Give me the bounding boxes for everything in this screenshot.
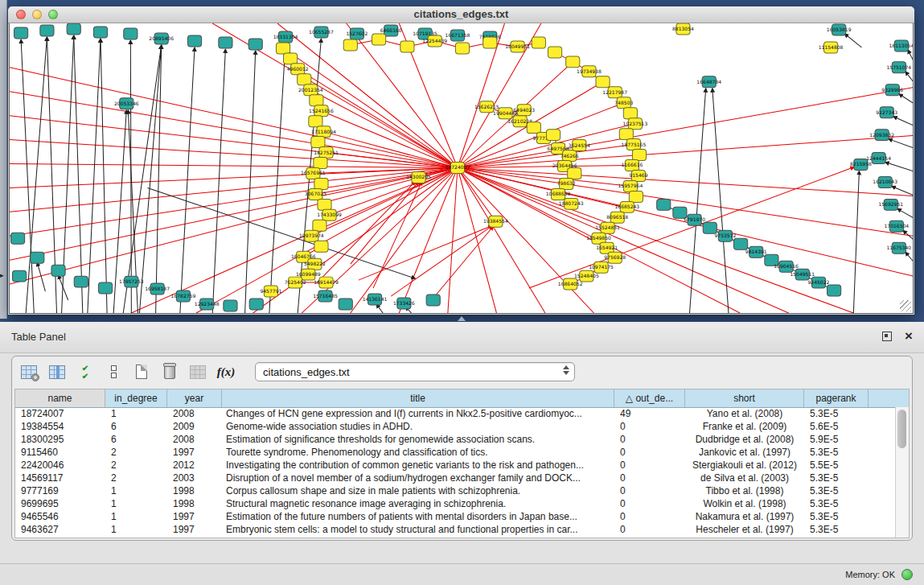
graph-node[interactable]	[734, 238, 748, 249]
graph-node[interactable]	[314, 158, 327, 169]
graph-node[interactable]	[40, 25, 54, 36]
table-cell[interactable]: 5.3E-5	[804, 447, 869, 458]
column-header-5[interactable]: short	[685, 389, 804, 407]
table-cell[interactable]: Franke et al. (2009)	[685, 421, 804, 432]
graph-node[interactable]	[546, 130, 560, 141]
table-cell[interactable]: Nakamura et al. (1997)	[685, 511, 804, 522]
table-cell[interactable]: Stergiakouli et al. (2012)	[685, 459, 804, 471]
graph-node[interactable]	[623, 108, 637, 119]
graph-node[interactable]	[13, 270, 27, 282]
graph-node[interactable]	[314, 178, 328, 189]
table-cell[interactable]: 2009	[167, 421, 222, 432]
graph-node[interactable]	[339, 299, 352, 310]
table-cell[interactable]: 0	[614, 434, 685, 445]
select-all-button[interactable]: ✔✔	[76, 364, 94, 380]
table-cell[interactable]: Estimation of the future numbers of pati…	[222, 511, 614, 522]
function-builder-button[interactable]: f(x)	[217, 364, 235, 380]
table-selector-dropdown[interactable]: citations_edges.txt	[255, 362, 575, 381]
column-header-6[interactable]: pagerank	[804, 389, 869, 407]
table-cell[interactable]: 9463627	[15, 524, 105, 535]
window-resize-handle[interactable]	[900, 300, 911, 311]
table-settings-button[interactable]	[20, 364, 38, 380]
graph-node[interactable]	[276, 43, 290, 54]
graph-node[interactable]	[568, 168, 581, 179]
graph-node[interactable]	[31, 252, 44, 263]
table-cell[interactable]: 1997	[167, 511, 222, 522]
table-cell[interactable]: 5.6E-5	[804, 421, 869, 432]
show-columns-button[interactable]	[48, 364, 66, 380]
table-cell[interactable]: 0	[614, 472, 685, 484]
table-cell[interactable]: Hescheler et al. (1997)	[685, 524, 804, 535]
graph-node[interactable]	[703, 222, 717, 233]
graph-node[interactable]	[11, 233, 25, 244]
table-cell[interactable]: 0	[614, 498, 685, 509]
graph-node[interactable]	[400, 41, 414, 52]
graph-node[interactable]	[311, 137, 325, 148]
graph-node[interactable]	[455, 43, 469, 54]
table-cell[interactable]: 9699695	[15, 498, 105, 509]
table-row[interactable]: 969969511998Structural magnetic resonanc…	[15, 497, 896, 510]
table-cell[interactable]: 1	[105, 408, 167, 419]
table-cell[interactable]: de Silva et al. (2003)	[685, 472, 804, 484]
table-row[interactable]: 1456911722003Disruption of a novel membe…	[15, 472, 896, 484]
graph-node[interactable]	[93, 27, 107, 38]
table-row[interactable]: 911546021997Tourette syndrome. Phenomeno…	[15, 446, 896, 459]
table-cell[interactable]: 0	[614, 485, 685, 496]
graph-node[interactable]	[313, 220, 326, 231]
graph-node[interactable]	[98, 282, 112, 294]
close-window-button[interactable]	[16, 10, 26, 19]
table-cell[interactable]: Embryonic stem cells: a model to study s…	[222, 524, 614, 535]
graph-node[interactable]	[632, 150, 646, 161]
graph-node[interactable]	[309, 116, 322, 127]
graph-node[interactable]	[548, 47, 561, 58]
table-cell[interactable]: 1	[105, 511, 167, 522]
zoom-window-button[interactable]	[48, 10, 58, 19]
table-cell[interactable]: Yano et al. (2008)	[685, 408, 804, 419]
table-cell[interactable]: Corpus callosum shape and size in male p…	[222, 485, 614, 496]
column-header-4[interactable]: △ out_de...	[614, 389, 685, 407]
close-panel-icon[interactable]: ×	[905, 328, 913, 344]
table-cell[interactable]: 1	[105, 485, 167, 496]
table-cell[interactable]: Wolkin et al. (1998)	[685, 498, 804, 509]
table-cell[interactable]: 0	[614, 421, 685, 432]
table-cell[interactable]: 6	[105, 434, 167, 445]
graph-node[interactable]	[827, 285, 841, 296]
table-cell[interactable]: 5.3E-5	[804, 408, 869, 419]
table-cell[interactable]: 1997	[167, 447, 222, 458]
table-row[interactable]: 2242004622012Investigating the contribut…	[15, 459, 896, 472]
graph-node[interactable]	[219, 37, 232, 48]
table-cell[interactable]: 1998	[167, 485, 222, 496]
graph-node[interactable]	[318, 199, 331, 210]
table-cell[interactable]: 0	[614, 524, 685, 535]
table-cell[interactable]: 2	[105, 459, 167, 471]
table-cell[interactable]: 1998	[167, 498, 222, 509]
table-cell[interactable]: 1	[105, 524, 167, 535]
table-cell[interactable]: 19384554	[15, 421, 105, 432]
table-row[interactable]: 977716911998Corpus callosum shape and si…	[15, 484, 896, 497]
graph-node[interactable]	[619, 129, 633, 140]
window-titlebar[interactable]: citations_edges.txt	[8, 6, 914, 23]
graph-node[interactable]	[249, 299, 263, 310]
graph-node[interactable]	[596, 76, 610, 88]
column-header-2[interactable]: year	[167, 389, 222, 407]
table-cell[interactable]: 2	[105, 447, 167, 458]
table-row[interactable]: 1830029562008Estimation of significance …	[15, 433, 896, 446]
graph-node[interactable]	[74, 276, 88, 287]
table-cell[interactable]: 9115460	[15, 447, 105, 458]
table-cell[interactable]: 2	[105, 472, 167, 484]
table-vertical-scrollbar[interactable]	[895, 407, 909, 538]
table-cell[interactable]: 0	[614, 511, 685, 522]
table-cell[interactable]: 9465546	[15, 511, 105, 522]
column-header-3[interactable]: title	[222, 389, 614, 407]
graph-node[interactable]	[483, 37, 497, 48]
graph-node[interactable]	[187, 35, 201, 47]
graph-node[interactable]	[372, 34, 386, 45]
table-cell[interactable]: 5.9E-5	[804, 434, 869, 445]
panel-expand-arrow-icon[interactable]: ▸	[0, 272, 4, 279]
graph-node[interactable]	[532, 37, 545, 48]
network-canvas[interactable]: 2089140618331304106552871527602646616010…	[9, 23, 914, 314]
table-cell[interactable]: 22420046	[15, 459, 105, 471]
table-cell[interactable]: Disruption of a novel member of a sodium…	[222, 472, 614, 484]
table-cell[interactable]: 1	[105, 498, 167, 509]
graph-node[interactable]	[51, 265, 65, 276]
